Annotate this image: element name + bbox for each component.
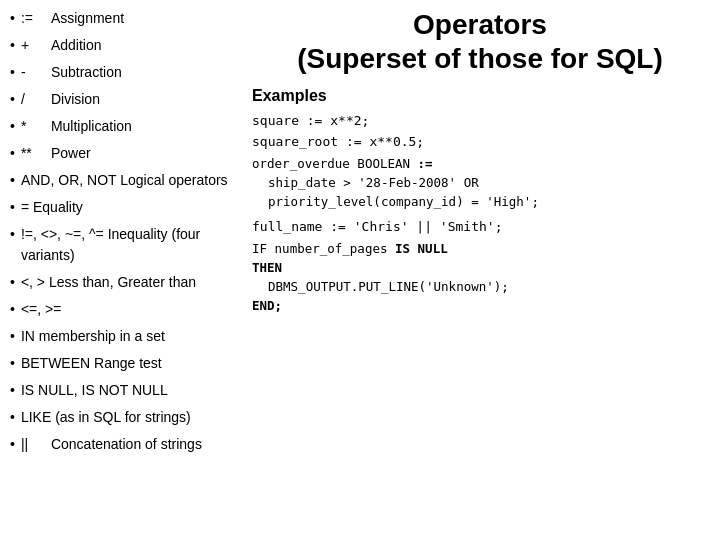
example-order-line2: ship_date > '28-Feb-2008' OR [268, 174, 708, 193]
bullet: • [10, 299, 15, 320]
list-item: • AND, OR, NOT Logical operators [10, 170, 230, 191]
op-label: Addition [51, 35, 230, 56]
op-label: Concatenation of strings [51, 434, 230, 455]
op-symbol: ** [21, 143, 51, 164]
example-square-code: square := x**2; [252, 113, 369, 128]
op-symbol: + [21, 35, 51, 56]
bullet: • [10, 224, 15, 245]
list-item: • IN membership in a set [10, 326, 230, 347]
op-label: <=, >= [21, 299, 230, 320]
examples-title: Examples [252, 87, 708, 105]
list-item: • - Subtraction [10, 62, 230, 83]
bullet: • [10, 434, 15, 455]
bullet: • [10, 170, 15, 191]
bullet: • [10, 197, 15, 218]
isnull-dbms: DBMS_OUTPUT.PUT_LINE('Unknown'); [268, 279, 509, 294]
op-symbol: - [21, 62, 51, 83]
op-label: Power [51, 143, 230, 164]
example-square: square := x**2; [252, 113, 708, 128]
bullet: • [10, 116, 15, 137]
list-item: • !=, <>, ~=, ^= Inequality (four varian… [10, 224, 230, 266]
example-order-line1: order_overdue BOOLEAN := [252, 155, 708, 174]
example-order-line3: priority_level(company_id) = 'High'; [268, 193, 708, 212]
isnull-then: THEN [252, 260, 282, 275]
list-item: • <=, >= [10, 299, 230, 320]
op-label: Division [51, 89, 230, 110]
isnull-line1: IF number_of_pages IS NULL [252, 240, 708, 259]
list-item: • BETWEEN Range test [10, 353, 230, 374]
op-label: LIKE (as in SQL for strings) [21, 407, 230, 428]
example-fullname-code: full_name := 'Chris' || 'Smith'; [252, 219, 502, 234]
list-item: • || Concatenation of strings [10, 434, 230, 455]
list-item: • LIKE (as in SQL for strings) [10, 407, 230, 428]
isnull-end: END; [252, 298, 282, 313]
isnull-line2: THEN [252, 259, 708, 278]
right-panel: Operators (Superset of those for SQL) Ex… [240, 0, 720, 540]
list-item: • / Division [10, 89, 230, 110]
isnull-line3: DBMS_OUTPUT.PUT_LINE('Unknown'); [268, 278, 708, 297]
bullet: • [10, 380, 15, 401]
example-squareroot: square_root := x**0.5; [252, 134, 708, 149]
bullet: • [10, 143, 15, 164]
op-label: Subtraction [51, 62, 230, 83]
bullet: • [10, 8, 15, 29]
op-symbol: || [21, 434, 51, 455]
bullet: • [10, 89, 15, 110]
op-symbol: / [21, 89, 51, 110]
list-item: • IS NULL, IS NOT NULL [10, 380, 230, 401]
op-symbol: := [21, 8, 51, 29]
bullet: • [10, 272, 15, 293]
op-label: IN membership in a set [21, 326, 230, 347]
bullet: • [10, 407, 15, 428]
bullet: • [10, 353, 15, 374]
example-fullname: full_name := 'Chris' || 'Smith'; [252, 219, 708, 234]
order-line2-text: ship_date > '28-Feb-2008' OR [268, 175, 479, 190]
examples-section: Examples square := x**2; square_root := … [252, 87, 708, 315]
operators-list: • := Assignment • + Addition • - Subtrac… [10, 8, 230, 455]
op-label: = Equality [21, 197, 230, 218]
example-isnull: IF number_of_pages IS NULL THEN DBMS_OUT… [252, 240, 708, 315]
op-label: BETWEEN Range test [21, 353, 230, 374]
list-item: • = Equality [10, 197, 230, 218]
bullet: • [10, 326, 15, 347]
list-item: • := Assignment [10, 8, 230, 29]
list-item: • ** Power [10, 143, 230, 164]
isnull-line4: END; [252, 297, 708, 316]
op-label: <, > Less than, Greater than [21, 272, 230, 293]
page-title: Operators (Superset of those for SQL) [252, 8, 708, 75]
op-label: IS NULL, IS NOT NULL [21, 380, 230, 401]
op-label: AND, OR, NOT Logical operators [21, 170, 230, 191]
bullet: • [10, 62, 15, 83]
isnull-text1: IF number_of_pages IS NULL [252, 241, 448, 256]
order-line3-text: priority_level(company_id) = 'High'; [268, 194, 539, 209]
list-item: • <, > Less than, Greater than [10, 272, 230, 293]
op-label: !=, <>, ~=, ^= Inequality (four variants… [21, 224, 230, 266]
bullet: • [10, 35, 15, 56]
example-squareroot-code: square_root := x**0.5; [252, 134, 424, 149]
order-line1-text: order_overdue BOOLEAN := [252, 156, 433, 171]
list-item: • + Addition [10, 35, 230, 56]
left-panel: • := Assignment • + Addition • - Subtrac… [0, 0, 240, 540]
op-symbol: * [21, 116, 51, 137]
list-item: • * Multiplication [10, 116, 230, 137]
op-label: Multiplication [51, 116, 230, 137]
title-box: Operators (Superset of those for SQL) [252, 8, 708, 75]
example-order-overdue: order_overdue BOOLEAN := ship_date > '28… [252, 155, 708, 211]
op-label: Assignment [51, 8, 230, 29]
